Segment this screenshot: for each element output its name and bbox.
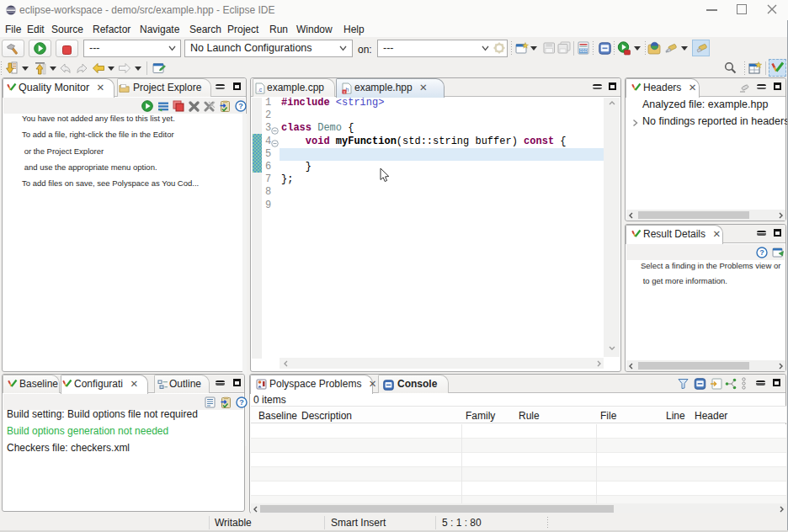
svg-text:?: ?	[759, 248, 764, 257]
svg-text:.c: .c	[258, 87, 263, 93]
svg-text:010: 010	[579, 48, 587, 53]
svg-text:?: ?	[239, 398, 244, 407]
svg-text:?: ?	[238, 102, 243, 110]
